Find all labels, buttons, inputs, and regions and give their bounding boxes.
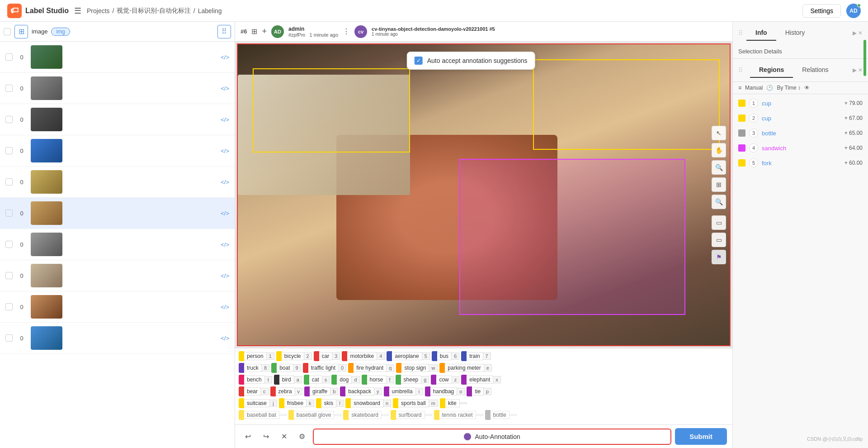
label-sports-ball[interactable]: sports ballm <box>393 398 438 408</box>
label-aeroplane[interactable]: aeroplane5 <box>387 351 430 361</box>
annotation-box-magenta[interactable] <box>459 159 685 315</box>
label-bus[interactable]: bus6 <box>432 351 459 361</box>
item-checkbox[interactable] <box>5 241 13 248</box>
breadcrumb-projects[interactable]: Projects <box>87 7 110 14</box>
list-item[interactable]: 0 </> <box>0 323 235 354</box>
panel-collapse-button-2[interactable]: ▶ ✕ <box>853 67 863 73</box>
item-code[interactable]: </> <box>221 116 229 123</box>
label-person[interactable]: person1 <box>239 351 274 361</box>
annotation-box-yellow-2[interactable] <box>533 59 720 150</box>
list-item[interactable]: 0 </> <box>0 291 235 323</box>
auto-annotation-button[interactable]: Auto-Annotation <box>313 429 671 445</box>
item-code[interactable]: </> <box>221 335 229 342</box>
label-zebra[interactable]: zebrav <box>270 386 303 396</box>
region-item[interactable]: 1 cup + 79.00 <box>733 96 868 111</box>
label-bicycle[interactable]: bicycle2 <box>276 351 312 361</box>
label-elephant[interactable]: elephantx <box>461 375 501 385</box>
submit-button[interactable]: Submit <box>675 428 727 445</box>
list-item[interactable]: 0 </> <box>0 260 235 291</box>
label-horse[interactable]: horsef <box>362 375 394 385</box>
region-item[interactable]: 3 bottle + 65.00 <box>733 126 868 141</box>
sort-manual-label[interactable]: Manual <box>745 85 763 91</box>
item-code[interactable]: </> <box>221 241 229 248</box>
label-truck[interactable]: truck8 <box>239 363 269 373</box>
label-backpack[interactable]: backpacky <box>340 386 382 396</box>
label-skis[interactable]: skisl <box>316 398 344 408</box>
region-item[interactable]: 5 fork + 60.00 <box>733 156 868 171</box>
tab-relations[interactable]: Relations <box>793 62 837 78</box>
settings-panel-button[interactable]: ⚙ <box>295 429 309 444</box>
label-bench[interactable]: bencht <box>239 375 272 385</box>
label-stop-sign[interactable]: stop signw <box>396 363 438 373</box>
zoom-out-tool[interactable]: 🔍 <box>712 195 726 209</box>
item-checkbox[interactable] <box>5 272 13 279</box>
list-item[interactable]: 0 </> <box>0 135 235 167</box>
label-giraffe[interactable]: giraffeb <box>304 386 338 396</box>
item-checkbox[interactable] <box>5 178 13 186</box>
tool-6[interactable]: ▭ <box>712 233 726 247</box>
annotation-box-yellow-1[interactable] <box>253 68 410 153</box>
hamburger-menu[interactable]: ☰ <box>74 6 81 16</box>
label-parking-meter[interactable]: parking metere <box>439 363 492 373</box>
item-checkbox[interactable] <box>5 147 13 154</box>
label-bear[interactable]: bearc <box>239 386 269 396</box>
grid-icon[interactable]: ⊞ <box>251 27 257 36</box>
item-code[interactable]: </> <box>221 210 229 217</box>
app-logo[interactable]: 🏷 Label Studio <box>7 4 69 18</box>
list-item[interactable]: 0 </> <box>0 42 235 73</box>
label-suitcase[interactable]: suitcasej <box>239 398 277 408</box>
label-sheep[interactable]: sheepg <box>396 375 429 385</box>
redo-button[interactable]: ↪ <box>259 429 273 444</box>
add-annotation-button[interactable]: + <box>262 27 267 36</box>
label-snowboard[interactable]: snowboardn <box>345 398 391 408</box>
region-item[interactable]: 2 cup + 67.00 <box>733 111 868 126</box>
label-umbrella[interactable]: umbrellai <box>384 386 423 396</box>
item-code[interactable]: </> <box>221 148 229 154</box>
more-options-button[interactable]: ⋮ <box>343 27 350 36</box>
settings-button[interactable]: Settings <box>802 4 841 18</box>
grid-tool[interactable]: ⊞ <box>712 177 726 192</box>
pan-tool[interactable]: ✋ <box>712 143 726 157</box>
tab-regions[interactable]: Regions <box>750 62 793 78</box>
list-item[interactable]: 0 </> <box>0 167 235 198</box>
item-code[interactable]: </> <box>221 54 229 61</box>
label-train[interactable]: train7 <box>461 351 491 361</box>
tool-5[interactable]: ▭ <box>712 215 726 230</box>
label-surfboard[interactable]: surfboard <box>391 410 432 420</box>
sort-time-label[interactable]: By Time ↕ <box>777 85 801 91</box>
item-code[interactable]: </> <box>221 179 229 186</box>
label-baseball-glove[interactable]: baseball glove <box>288 410 342 420</box>
item-code[interactable]: </> <box>221 272 229 279</box>
grid-view-button[interactable]: ⊞ <box>14 25 28 38</box>
panel-collapse-button[interactable]: ▶ ✕ <box>853 30 863 36</box>
item-checkbox[interactable] <box>5 334 13 342</box>
label-car[interactable]: car3 <box>314 351 340 361</box>
column-view-button[interactable]: ⠿ <box>217 25 231 38</box>
label-bottle[interactable]: bottle <box>485 410 517 420</box>
label-tennis-racket[interactable]: tennis racket <box>434 410 483 420</box>
label-kite[interactable]: kite <box>440 398 467 408</box>
tool-7[interactable]: ⚑ <box>712 250 726 264</box>
item-checkbox[interactable] <box>5 210 13 217</box>
label-boat[interactable]: boat9 <box>271 363 301 373</box>
item-code[interactable]: </> <box>221 85 229 92</box>
list-item[interactable]: 0 </> <box>0 198 235 229</box>
tab-history[interactable]: History <box>776 25 814 41</box>
list-item[interactable]: 0 </> <box>0 104 235 135</box>
label-cat[interactable]: cats <box>304 375 330 385</box>
item-checkbox[interactable] <box>5 85 13 92</box>
label-handbag[interactable]: handbago <box>425 386 465 396</box>
item-checkbox[interactable] <box>5 116 13 123</box>
select-tool[interactable]: ↖ <box>712 126 726 140</box>
breadcrumb-project-name[interactable]: 视觉-目标识别-自动化标注 <box>117 7 190 15</box>
list-item[interactable]: 0 </> <box>0 73 235 104</box>
user-avatar[interactable]: AD <box>846 4 861 18</box>
label-frisbee[interactable]: frisbeek <box>279 398 314 408</box>
item-code[interactable]: </> <box>221 304 229 310</box>
label-tie[interactable]: tiep <box>467 386 491 396</box>
zoom-in-tool[interactable]: 🔍 <box>712 160 726 175</box>
label-bird[interactable]: birda <box>274 375 302 385</box>
annotation-canvas[interactable]: ✓ Auto accept annotation suggestions ↖ ✋… <box>237 43 731 346</box>
close-button[interactable]: ✕ <box>277 429 291 444</box>
item-checkbox[interactable] <box>5 303 13 310</box>
